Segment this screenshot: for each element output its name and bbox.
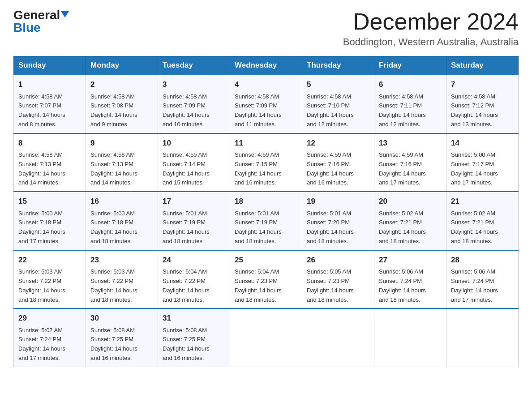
calendar-cell: 29Sunrise: 5:07 AMSunset: 7:24 PMDayligh…	[14, 308, 86, 367]
calendar-cell: 31Sunrise: 5:08 AMSunset: 7:25 PMDayligh…	[158, 308, 230, 367]
day-number: 6	[379, 79, 442, 90]
header-saturday: Saturday	[446, 56, 519, 75]
day-info: Sunrise: 4:58 AMSunset: 7:11 PMDaylight:…	[379, 92, 442, 129]
day-number: 19	[307, 196, 369, 207]
calendar-cell: 26Sunrise: 5:05 AMSunset: 7:23 PMDayligh…	[302, 250, 374, 309]
day-info: Sunrise: 5:06 AMSunset: 7:24 PMDaylight:…	[379, 267, 442, 304]
logo-general: General	[13, 9, 60, 21]
calendar-cell: 4Sunrise: 4:58 AMSunset: 7:09 PMDaylight…	[230, 75, 302, 133]
calendar-cell: 19Sunrise: 5:01 AMSunset: 7:20 PMDayligh…	[302, 192, 374, 250]
day-info: Sunrise: 5:00 AMSunset: 7:17 PMDaylight:…	[451, 150, 514, 188]
header-thursday: Thursday	[302, 56, 374, 75]
day-info: Sunrise: 5:02 AMSunset: 7:21 PMDaylight:…	[451, 209, 514, 246]
calendar-cell: 8Sunrise: 4:58 AMSunset: 7:13 PMDaylight…	[14, 133, 86, 192]
day-number: 8	[18, 137, 81, 149]
calendar-cell: 7Sunrise: 4:58 AMSunset: 7:12 PMDaylight…	[446, 75, 519, 133]
day-number: 27	[379, 254, 442, 266]
header-monday: Monday	[86, 56, 158, 75]
day-info: Sunrise: 5:04 AMSunset: 7:23 PMDaylight:…	[235, 267, 297, 304]
header-wednesday: Wednesday	[230, 56, 302, 75]
calendar-cell: 16Sunrise: 5:00 AMSunset: 7:18 PMDayligh…	[86, 192, 158, 250]
page-header: General Blue December 2024 Boddington, W…	[13, 9, 519, 48]
day-info: Sunrise: 5:02 AMSunset: 7:21 PMDaylight:…	[379, 209, 442, 246]
day-number: 10	[163, 137, 225, 149]
day-info: Sunrise: 5:01 AMSunset: 7:19 PMDaylight:…	[163, 209, 225, 246]
day-info: Sunrise: 4:59 AMSunset: 7:16 PMDaylight:…	[307, 150, 369, 188]
day-info: Sunrise: 4:59 AMSunset: 7:16 PMDaylight:…	[379, 150, 442, 188]
calendar-cell	[374, 308, 446, 367]
day-info: Sunrise: 5:07 AMSunset: 7:24 PMDaylight:…	[18, 326, 81, 363]
day-info: Sunrise: 5:08 AMSunset: 7:25 PMDaylight:…	[90, 326, 153, 363]
day-info: Sunrise: 5:08 AMSunset: 7:25 PMDaylight:…	[163, 326, 225, 363]
week-row-1: 1Sunrise: 4:58 AMSunset: 7:07 PMDaylight…	[14, 75, 519, 133]
day-info: Sunrise: 4:58 AMSunset: 7:07 PMDaylight:…	[18, 92, 81, 129]
day-number: 21	[451, 196, 514, 207]
day-number: 24	[163, 254, 225, 266]
calendar-cell	[446, 308, 519, 367]
calendar-cell: 6Sunrise: 4:58 AMSunset: 7:11 PMDaylight…	[374, 75, 446, 133]
day-info: Sunrise: 5:05 AMSunset: 7:23 PMDaylight:…	[307, 267, 369, 304]
day-info: Sunrise: 4:59 AMSunset: 7:15 PMDaylight:…	[235, 150, 297, 188]
calendar-cell: 24Sunrise: 5:04 AMSunset: 7:22 PMDayligh…	[158, 250, 230, 309]
day-number: 7	[451, 79, 514, 90]
day-info: Sunrise: 4:58 AMSunset: 7:13 PMDaylight:…	[90, 150, 153, 188]
header-tuesday: Tuesday	[158, 56, 230, 75]
day-info: Sunrise: 4:58 AMSunset: 7:08 PMDaylight:…	[90, 92, 153, 129]
day-number: 16	[90, 196, 153, 207]
calendar-cell: 23Sunrise: 5:03 AMSunset: 7:22 PMDayligh…	[86, 250, 158, 309]
day-number: 30	[90, 313, 153, 324]
logo: General Blue	[13, 9, 69, 35]
calendar-cell: 18Sunrise: 5:01 AMSunset: 7:19 PMDayligh…	[230, 192, 302, 250]
calendar-cell: 2Sunrise: 4:58 AMSunset: 7:08 PMDaylight…	[86, 75, 158, 133]
calendar-cell: 15Sunrise: 5:00 AMSunset: 7:18 PMDayligh…	[14, 192, 86, 250]
title-block: December 2024 Boddington, Western Austra…	[343, 9, 519, 48]
day-number: 14	[451, 137, 514, 149]
day-info: Sunrise: 4:58 AMSunset: 7:10 PMDaylight:…	[307, 92, 369, 129]
location-title: Boddington, Western Australia, Australia	[343, 36, 519, 48]
calendar-cell: 13Sunrise: 4:59 AMSunset: 7:16 PMDayligh…	[374, 133, 446, 192]
day-number: 5	[307, 79, 369, 90]
day-info: Sunrise: 5:03 AMSunset: 7:22 PMDaylight:…	[18, 267, 81, 304]
week-row-3: 15Sunrise: 5:00 AMSunset: 7:18 PMDayligh…	[14, 192, 519, 250]
calendar-cell: 12Sunrise: 4:59 AMSunset: 7:16 PMDayligh…	[302, 133, 374, 192]
calendar-cell: 28Sunrise: 5:06 AMSunset: 7:24 PMDayligh…	[446, 250, 519, 309]
calendar-cell: 5Sunrise: 4:58 AMSunset: 7:10 PMDaylight…	[302, 75, 374, 133]
day-info: Sunrise: 5:06 AMSunset: 7:24 PMDaylight:…	[451, 267, 514, 304]
day-number: 20	[379, 196, 442, 207]
calendar-cell: 21Sunrise: 5:02 AMSunset: 7:21 PMDayligh…	[446, 192, 519, 250]
day-info: Sunrise: 4:58 AMSunset: 7:09 PMDaylight:…	[235, 92, 297, 129]
month-title: December 2024	[343, 9, 519, 34]
calendar-cell: 14Sunrise: 5:00 AMSunset: 7:17 PMDayligh…	[446, 133, 519, 192]
day-info: Sunrise: 4:58 AMSunset: 7:12 PMDaylight:…	[451, 92, 514, 129]
calendar-cell	[302, 308, 374, 367]
week-row-2: 8Sunrise: 4:58 AMSunset: 7:13 PMDaylight…	[14, 133, 519, 192]
day-number: 31	[163, 313, 225, 324]
day-info: Sunrise: 5:00 AMSunset: 7:18 PMDaylight:…	[90, 209, 153, 246]
day-number: 29	[18, 313, 81, 324]
day-number: 23	[90, 254, 153, 266]
day-number: 12	[307, 137, 369, 149]
calendar-cell: 10Sunrise: 4:59 AMSunset: 7:14 PMDayligh…	[158, 133, 230, 192]
day-info: Sunrise: 4:59 AMSunset: 7:14 PMDaylight:…	[163, 150, 225, 188]
calendar-cell: 17Sunrise: 5:01 AMSunset: 7:19 PMDayligh…	[158, 192, 230, 250]
day-number: 1	[18, 79, 81, 90]
header-sunday: Sunday	[14, 56, 86, 75]
calendar-cell: 25Sunrise: 5:04 AMSunset: 7:23 PMDayligh…	[230, 250, 302, 309]
day-info: Sunrise: 5:00 AMSunset: 7:18 PMDaylight:…	[18, 209, 81, 246]
day-number: 25	[235, 254, 297, 266]
calendar-header-row: SundayMondayTuesdayWednesdayThursdayFrid…	[14, 56, 519, 75]
day-number: 26	[307, 254, 369, 266]
day-info: Sunrise: 5:04 AMSunset: 7:22 PMDaylight:…	[163, 267, 225, 304]
day-info: Sunrise: 4:58 AMSunset: 7:13 PMDaylight:…	[18, 150, 81, 188]
day-info: Sunrise: 5:01 AMSunset: 7:20 PMDaylight:…	[307, 209, 369, 246]
calendar-cell: 9Sunrise: 4:58 AMSunset: 7:13 PMDaylight…	[86, 133, 158, 192]
calendar-cell	[230, 308, 302, 367]
day-info: Sunrise: 4:58 AMSunset: 7:09 PMDaylight:…	[163, 92, 225, 129]
day-number: 11	[235, 137, 297, 149]
logo-blue: Blue	[13, 21, 41, 35]
week-row-4: 22Sunrise: 5:03 AMSunset: 7:22 PMDayligh…	[14, 250, 519, 309]
calendar-cell: 27Sunrise: 5:06 AMSunset: 7:24 PMDayligh…	[374, 250, 446, 309]
day-number: 28	[451, 254, 514, 266]
day-number: 2	[90, 79, 153, 90]
day-number: 9	[90, 137, 153, 149]
